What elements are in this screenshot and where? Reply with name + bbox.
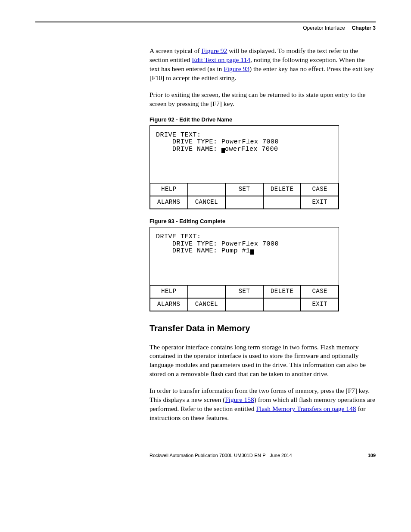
running-header: Operator Interface Chapter 3 — [35, 25, 376, 31]
f6-alarms-button[interactable]: ALARMS — [150, 298, 188, 311]
f3-set-button[interactable]: SET — [225, 183, 263, 196]
f3-set-button[interactable]: SET — [225, 285, 263, 298]
publication-info: Rockwell Automation Publication 7000L-UM… — [149, 453, 292, 458]
text: DRIVE TEXT: — [156, 131, 201, 139]
link-flash-memory-transfers[interactable]: Flash Memory Transfers on page 148 — [256, 405, 356, 412]
link-figure-92[interactable]: Figure 92 — [202, 47, 227, 54]
paragraph: Prior to exiting the screen, the string … — [149, 90, 376, 109]
text: A screen typical of — [149, 47, 202, 54]
cursor-icon — [250, 249, 254, 255]
function-key-row: HELP SET DELETE CASE ALARMS CANCEL EXIT — [150, 183, 339, 209]
heading-transfer-data: Transfer Data in Memory — [149, 324, 376, 333]
f4-delete-button[interactable]: DELETE — [263, 183, 301, 196]
page-footer: Rockwell Automation Publication 7000L-UM… — [35, 453, 376, 458]
page: Operator Interface Chapter 3 A screen ty… — [0, 0, 411, 484]
link-figure-93[interactable]: Figure 93 — [224, 65, 249, 72]
f1-help-button[interactable]: HELP — [150, 285, 188, 298]
label: DRIVE NAME: — [172, 146, 218, 153]
f8-button[interactable] — [225, 196, 263, 209]
label: DRIVE TYPE: — [172, 138, 218, 146]
screen-92: DRIVE TEXT: DRIVE TYPE: PowerFlex 7000 D… — [149, 125, 339, 210]
function-key-row: HELP SET DELETE CASE ALARMS CANCEL EXIT — [150, 285, 339, 311]
f10-exit-button[interactable]: EXIT — [301, 298, 339, 311]
terminal-display: DRIVE TEXT: DRIVE TYPE: PowerFlex 7000 D… — [150, 126, 339, 184]
value: PowerFlex 7000 — [221, 138, 279, 146]
paragraph: The operator interface contains long ter… — [149, 343, 376, 379]
paragraph: A screen typical of Figure 92 will be di… — [149, 47, 376, 83]
section-title: Operator Interface — [303, 25, 345, 31]
label: DRIVE TYPE: — [172, 240, 218, 248]
value: PowerFlex 7000 — [221, 240, 279, 248]
f5-case-button[interactable]: CASE — [301, 183, 339, 196]
text: DRIVE TEXT: — [156, 233, 201, 240]
figure-93-caption: Figure 93 - Editing Complete — [149, 218, 376, 224]
f7-cancel-button[interactable]: CANCEL — [188, 196, 226, 209]
f10-exit-button[interactable]: EXIT — [301, 196, 339, 209]
page-number: 109 — [368, 453, 376, 458]
main-content: A screen typical of Figure 92 will be di… — [149, 47, 376, 423]
screen-93: DRIVE TEXT: DRIVE TYPE: PowerFlex 7000 D… — [149, 227, 339, 311]
paragraph: In order to transfer information from th… — [149, 386, 376, 423]
figure-92-caption: Figure 92 - Edit the Drive Name — [149, 116, 376, 123]
f7-cancel-button[interactable]: CANCEL — [188, 298, 226, 311]
value: Pump #1 — [221, 247, 250, 255]
f8-button[interactable] — [225, 298, 263, 311]
link-figure-158[interactable]: Figure 158 — [225, 396, 254, 403]
f9-button[interactable] — [263, 298, 301, 311]
f9-button[interactable] — [263, 196, 301, 209]
f5-case-button[interactable]: CASE — [301, 285, 339, 298]
chapter-label: Chapter 3 — [352, 25, 376, 31]
cursor-icon — [221, 148, 225, 153]
terminal-display: DRIVE TEXT: DRIVE TYPE: PowerFlex 7000 D… — [150, 227, 339, 285]
f2-button[interactable] — [188, 285, 226, 298]
value: owerFlex 7000 — [225, 146, 278, 153]
header-rule — [35, 22, 376, 22]
f1-help-button[interactable]: HELP — [150, 183, 188, 196]
f2-button[interactable] — [188, 183, 226, 196]
f4-delete-button[interactable]: DELETE — [263, 285, 301, 298]
f6-alarms-button[interactable]: ALARMS — [150, 196, 188, 209]
link-edit-text[interactable]: Edit Text on page 114 — [192, 56, 250, 63]
label: DRIVE NAME: — [172, 247, 218, 255]
